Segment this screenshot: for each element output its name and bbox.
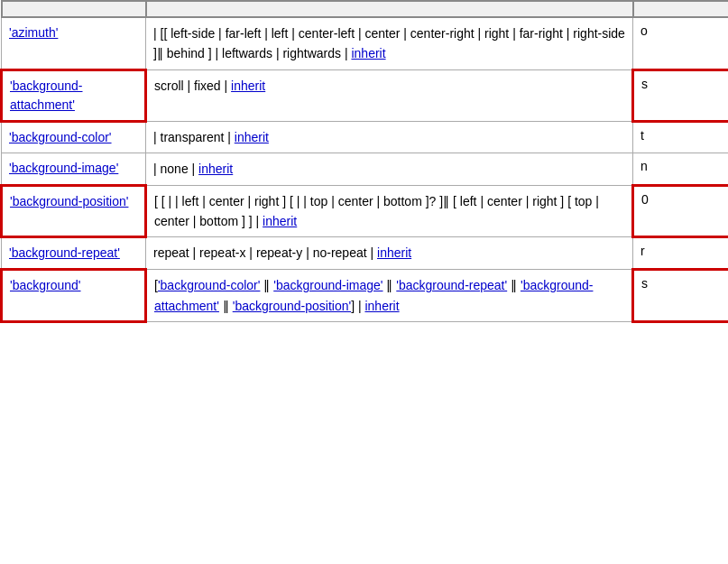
values-cell-background-color: | transparent | inherit: [146, 121, 633, 153]
table-row: 'background-image' | none | inheritn: [2, 153, 729, 185]
table-row: 'background-attachment'scroll | fixed | …: [2, 69, 729, 121]
table-row: 'azimuth' | [[ left-side | far-left | le…: [2, 17, 729, 69]
values-cell-background-image: | none | inherit: [146, 153, 633, 185]
inherit-link[interactable]: inherit: [263, 214, 297, 228]
values-cell-background-position: [ [ | | left | center | right ] [ | | to…: [146, 185, 633, 237]
inherit-link[interactable]: inherit: [198, 162, 233, 176]
value-link[interactable]: 'background-color': [158, 278, 261, 292]
table-row: 'background-position'[ [ | | left | cent…: [2, 185, 729, 237]
extra-cell-background-position: 0: [633, 185, 729, 237]
property-link-background-attachment[interactable]: 'background-attachment': [10, 79, 83, 112]
inherit-link[interactable]: inherit: [351, 46, 385, 60]
property-link-background-color[interactable]: 'background-color': [9, 130, 112, 144]
extra-cell-azimuth: o: [633, 17, 729, 69]
table-row: 'background'['background-color' ‖ 'backg…: [2, 270, 729, 322]
property-link-background[interactable]: 'background': [10, 278, 81, 292]
extra-cell-background-image: n: [633, 153, 729, 185]
value-link[interactable]: 'background-position': [233, 299, 351, 313]
header-values: [146, 1, 633, 17]
table-row: 'background-repeat'repeat | repeat-x | r…: [2, 237, 729, 270]
property-link-background-image[interactable]: 'background-image': [9, 161, 118, 175]
extra-cell-background-color: t: [633, 121, 729, 153]
inherit-link[interactable]: inherit: [235, 130, 269, 144]
inherit-link[interactable]: inherit: [364, 299, 399, 313]
values-cell-azimuth: | [[ left-side | far-left | left | cente…: [146, 17, 633, 69]
extra-cell-background-attachment: s: [633, 69, 729, 121]
values-cell-background: ['background-color' ‖ 'background-image'…: [146, 270, 633, 322]
header-extra: [633, 1, 729, 17]
value-link[interactable]: 'background-repeat': [396, 278, 507, 292]
inherit-link[interactable]: inherit: [231, 79, 265, 93]
values-cell-background-attachment: scroll | fixed | inherit: [146, 69, 633, 121]
property-link-azimuth[interactable]: 'azimuth': [9, 25, 58, 40]
values-cell-background-repeat: repeat | repeat-x | repeat-y | no-repeat…: [146, 237, 633, 270]
property-link-background-position[interactable]: 'background-position': [10, 194, 128, 208]
value-link[interactable]: 'background-image': [273, 278, 382, 292]
extra-cell-background: s: [633, 270, 729, 322]
property-link-background-repeat[interactable]: 'background-repeat': [9, 245, 120, 260]
header-name: [2, 1, 146, 17]
inherit-link[interactable]: inherit: [377, 245, 411, 260]
table-row: 'background-color' | transparent | inher…: [2, 121, 729, 153]
extra-cell-background-repeat: r: [633, 237, 729, 270]
